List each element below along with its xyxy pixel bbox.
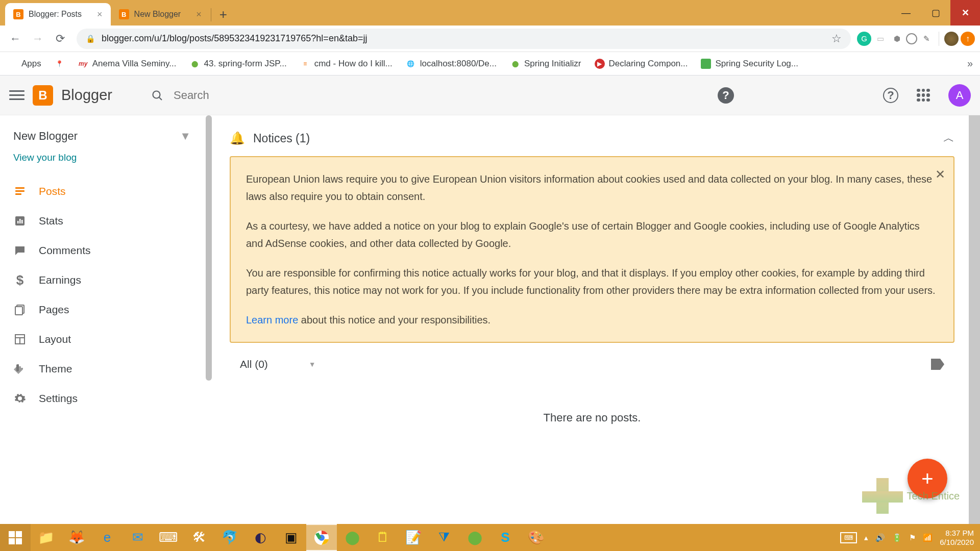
comments-icon <box>13 244 27 257</box>
vscode-icon[interactable]: ⧩ <box>429 524 459 551</box>
nav-comments[interactable]: Comments <box>0 236 194 265</box>
scrollbar-thumb[interactable] <box>969 115 980 524</box>
notes-icon[interactable]: 🗒 <box>368 524 398 551</box>
dropdown-triangle-icon: ▼ <box>180 130 191 143</box>
nav-settings[interactable]: Settings <box>0 384 194 413</box>
adblock-ext-icon[interactable]: ⬢ <box>890 32 904 46</box>
ie-icon[interactable]: e <box>92 524 122 551</box>
account-avatar[interactable]: A <box>948 84 971 107</box>
tab-close-icon[interactable]: × <box>97 9 103 20</box>
reload-button[interactable]: ⟳ <box>50 29 70 49</box>
eclipse-icon[interactable]: ◐ <box>245 524 276 551</box>
chrome-icon[interactable] <box>306 524 337 551</box>
dropdown-triangle-icon: ▼ <box>309 360 316 368</box>
svg-rect-14 <box>16 364 19 371</box>
battery-icon[interactable]: 🔋 <box>892 533 902 542</box>
my-icon: my <box>78 59 88 69</box>
help-outline-icon[interactable]: ? <box>883 88 898 103</box>
bookmark-item[interactable]: ⬤43. spring-form JSP... <box>189 59 286 69</box>
tab-close-icon[interactable]: × <box>196 9 202 20</box>
notepadpp-icon[interactable]: 📝 <box>398 524 429 551</box>
search-icon <box>151 89 163 102</box>
page-scrollbar[interactable] <box>969 115 980 524</box>
posts-filter-dropdown[interactable]: All (0) ▼ <box>240 358 316 370</box>
maximize-button[interactable]: ▢ <box>921 0 950 26</box>
svg-rect-2 <box>15 187 24 189</box>
nav-pages[interactable]: Pages <box>0 295 194 324</box>
address-bar[interactable]: 🔒 blogger.com/u/1/blog/posts/58953234192… <box>77 29 851 49</box>
taskbar-clock[interactable]: 8:37 PM 6/10/2020 <box>940 529 974 547</box>
browser-tab-active[interactable]: B Blogger: Posts × <box>5 3 111 26</box>
help-filled-icon[interactable]: ? <box>718 87 734 104</box>
chrome-profile-avatar[interactable] <box>944 32 959 46</box>
windows-taskbar: 📁 🦊 e ✉ ⌨ 🛠 🐬 ◐ ▣ ⬤ 🗒 📝 ⧩ ⬤ S 🎨 ⌨ ▴ 🔊 🔋 … <box>0 524 980 551</box>
colorpicker-ext-icon[interactable]: ✎ <box>919 32 934 46</box>
bookmark-item[interactable]: Spring Security Log... <box>701 59 798 69</box>
file-explorer-icon[interactable]: 📁 <box>31 524 61 551</box>
terminal-icon[interactable]: ▣ <box>276 524 306 551</box>
bookmark-label: Anema Villa Seminy... <box>92 59 177 69</box>
update-icon[interactable]: ↑ <box>961 32 975 46</box>
close-window-button[interactable]: ✕ <box>950 0 980 26</box>
blogger-brand: Blogger <box>61 87 112 104</box>
notice-paragraph: Learn more about this notice and your re… <box>246 311 938 329</box>
nav-posts[interactable]: Posts <box>0 177 194 206</box>
bookmark-item[interactable]: 🌐localhost:8080/De... <box>406 59 497 69</box>
spring-tool-icon[interactable]: ⬤ <box>459 524 490 551</box>
bookmark-label: Declaring Compon... <box>609 59 688 69</box>
wifi-icon[interactable]: 📶 <box>923 533 933 542</box>
hamburger-menu-button[interactable] <box>9 90 24 100</box>
tray-chevron-icon[interactable]: ▴ <box>864 533 868 542</box>
star-icon[interactable]: ☆ <box>831 32 842 45</box>
extension-icon[interactable] <box>906 33 917 44</box>
forward-button[interactable]: → <box>28 29 48 49</box>
spring-icon: ⬤ <box>189 59 200 69</box>
search-field[interactable] <box>141 83 549 108</box>
chevron-up-icon[interactable]: ︿ <box>943 131 954 146</box>
close-notice-button[interactable]: ✕ <box>935 164 945 185</box>
extension-icon[interactable]: ▭ <box>873 32 888 46</box>
nav-theme[interactable]: Theme <box>0 354 194 384</box>
spring-icon[interactable]: ⬤ <box>337 524 368 551</box>
learn-more-link[interactable]: Learn more <box>246 314 298 325</box>
bookmark-item[interactable]: 📍 <box>55 59 65 69</box>
browser-tab[interactable]: B New Blogger × <box>111 3 210 26</box>
grammarly-ext-icon[interactable]: G <box>857 32 871 46</box>
search-input[interactable] <box>174 89 539 102</box>
bookmark-item[interactable]: myAnema Villa Seminy... <box>78 59 177 69</box>
nav-stats[interactable]: Stats <box>0 206 194 236</box>
bookmarks-overflow-button[interactable]: » <box>967 58 973 69</box>
label-tag-button[interactable] <box>931 359 944 370</box>
square-icon <box>701 59 711 69</box>
google-apps-button[interactable] <box>917 89 930 102</box>
volume-icon[interactable]: 🔊 <box>875 533 885 542</box>
thunderbird-icon[interactable]: ✉ <box>122 524 153 551</box>
tab-strip: B Blogger: Posts × B New Blogger × + <box>0 0 891 26</box>
bookmark-item[interactable]: ≡cmd - How do I kill... <box>300 59 393 69</box>
view-blog-link[interactable]: View your blog <box>0 152 204 177</box>
skype-icon[interactable]: S <box>490 524 521 551</box>
main-content: 🔔 Notices (1) ︿ ✕ European Union laws re… <box>204 115 980 524</box>
back-button[interactable]: ← <box>5 29 26 49</box>
clock-date: 6/10/2020 <box>940 538 974 547</box>
nav-layout[interactable]: Layout <box>0 324 194 354</box>
bookmark-apps[interactable]: Apps <box>7 59 41 69</box>
start-button[interactable] <box>0 524 31 551</box>
notices-header[interactable]: 🔔 Notices (1) ︿ <box>230 131 954 146</box>
keyboard-icon[interactable]: ⌨ <box>153 524 184 551</box>
favicon-blogger-icon: B <box>119 9 129 19</box>
apps-grid-icon <box>7 59 17 69</box>
nav-earnings[interactable]: $ Earnings <box>0 265 194 295</box>
nav-label: Posts <box>39 185 66 197</box>
keyboard-tray-icon[interactable]: ⌨ <box>840 532 857 543</box>
action-center-icon[interactable]: ⚑ <box>909 533 916 542</box>
minimize-button[interactable]: — <box>891 0 921 26</box>
bookmark-item[interactable]: ⬤Spring Initializr <box>510 59 581 69</box>
bookmark-item[interactable]: ▶Declaring Compon... <box>595 59 688 69</box>
firefox-icon[interactable]: 🦊 <box>61 524 92 551</box>
mysql-icon[interactable]: 🐬 <box>214 524 245 551</box>
paint-icon[interactable]: 🎨 <box>521 524 551 551</box>
blog-selector[interactable]: New Blogger ▼ <box>0 124 204 152</box>
new-tab-button[interactable]: + <box>212 7 234 26</box>
tools-icon[interactable]: 🛠 <box>184 524 214 551</box>
